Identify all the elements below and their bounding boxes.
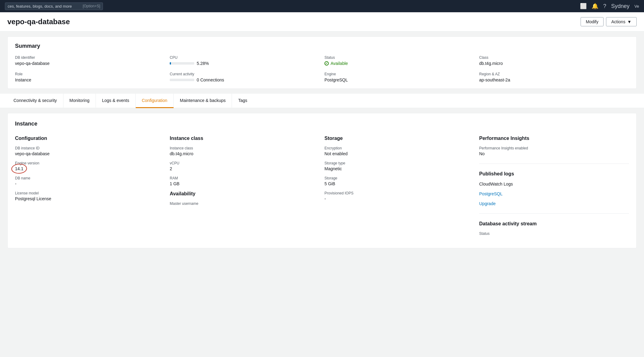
instance-class-item: Instance class db.t4g.micro xyxy=(170,146,320,156)
page-header: vepo-qa-database Modify Actions ▼ xyxy=(0,12,644,32)
search-placeholder-text: ces, features, blogs, docs, and more xyxy=(8,4,72,9)
ram-value: 1 GB xyxy=(170,181,320,186)
chevron-down-icon: ▼ xyxy=(627,19,631,24)
cpu-bar xyxy=(170,62,194,65)
insights-enabled-item: Performance Insights enabled No xyxy=(479,146,629,156)
storage-type-label: Storage type xyxy=(324,161,474,165)
cloud-icon[interactable]: ⬜ xyxy=(580,3,587,9)
divider-1 xyxy=(479,163,629,164)
tabs: Connectivity & security Monitoring Logs … xyxy=(7,94,637,108)
bell-icon[interactable]: 🔔 xyxy=(592,3,598,9)
performance-title: Performance Insights xyxy=(479,136,629,141)
summary-section: Summary DB identifier vepo-qa-database C… xyxy=(7,36,637,89)
insights-enabled-label: Performance Insights enabled xyxy=(479,146,629,150)
engine-label: Engine xyxy=(324,72,474,76)
published-logs-title: Published logs xyxy=(479,171,629,177)
activity-stream-title: Database activity stream xyxy=(479,221,629,227)
db-instance-id-label: DB instance ID xyxy=(15,146,165,150)
postgresql-link-item: PostgreSQL xyxy=(479,191,629,196)
summary-engine: Engine PostgreSQL xyxy=(324,72,474,82)
connections-bar xyxy=(170,79,194,81)
tab-monitoring[interactable]: Monitoring xyxy=(63,94,96,108)
summary-db-identifier: DB identifier vepo-qa-database xyxy=(15,55,165,66)
status-value: Available xyxy=(331,61,348,66)
summary-grid: DB identifier vepo-qa-database CPU 5.28%… xyxy=(15,55,629,82)
summary-cpu: CPU 5.28% xyxy=(170,55,320,66)
tab-maintenance[interactable]: Maintenance & backups xyxy=(174,94,232,108)
status-badge: Available xyxy=(324,61,474,66)
engine-version-label: Engine version xyxy=(15,161,165,165)
global-search[interactable]: ces, features, blogs, docs, and more [Op… xyxy=(5,2,103,10)
engine-version-value: 14.1 xyxy=(15,166,23,171)
summary-class: Class db.t4g.micro xyxy=(479,55,629,66)
stream-status-item: Status xyxy=(479,231,629,236)
search-shortcut: [Option+S] xyxy=(83,4,100,8)
ram-item: RAM 1 GB xyxy=(170,176,320,186)
cpu-value: 5.28% xyxy=(197,61,209,66)
insights-enabled-value: No xyxy=(479,151,629,156)
region-selector[interactable]: Sydney xyxy=(611,3,630,9)
performance-column: Performance Insights Performance Insight… xyxy=(479,136,629,241)
divider-2 xyxy=(479,213,629,214)
instance-class-title: Instance class xyxy=(170,136,320,141)
cpu-bar-container: 5.28% xyxy=(170,61,320,66)
activity-label: Current activity xyxy=(170,72,320,76)
cpu-bar-fill xyxy=(170,62,171,65)
tab-logs[interactable]: Logs & events xyxy=(96,94,136,108)
config-column-title: Configuration xyxy=(15,136,165,141)
help-icon[interactable]: ? xyxy=(603,3,606,9)
master-username-item: Master username xyxy=(170,201,320,206)
page-title: vepo-qa-database xyxy=(7,17,70,26)
tab-tags[interactable]: Tags xyxy=(232,94,253,108)
actions-button[interactable]: Actions ▼ xyxy=(606,17,637,26)
license-model-item: License model Postgresql License xyxy=(15,191,165,201)
header-actions: Modify Actions ▼ xyxy=(581,17,637,26)
tab-configuration[interactable]: Configuration xyxy=(136,94,174,108)
db-name-item: DB name - xyxy=(15,176,165,186)
postgresql-link[interactable]: PostgreSQL xyxy=(479,191,502,196)
role-label: Role xyxy=(15,72,165,76)
user-label: Ve xyxy=(635,4,639,9)
tab-connectivity[interactable]: Connectivity & security xyxy=(7,94,63,108)
instance-class-label: Instance class xyxy=(170,146,320,150)
connections-container: 0 Connections xyxy=(170,77,320,82)
modify-button[interactable]: Modify xyxy=(581,17,604,26)
top-nav: ces, features, blogs, docs, and more [Op… xyxy=(0,0,644,12)
region-az-label: Region & AZ xyxy=(479,72,629,76)
stream-status-label: Status xyxy=(479,231,629,236)
status-dot-icon xyxy=(324,61,329,66)
provisioned-iops-item: Provisioned IOPS - xyxy=(324,191,474,201)
summary-region: Region & AZ ap-southeast-2a xyxy=(479,72,629,82)
summary-activity: Current activity 0 Connections xyxy=(170,72,320,82)
db-name-label: DB name xyxy=(15,176,165,180)
license-model-label: License model xyxy=(15,191,165,195)
summary-title: Summary xyxy=(15,43,629,49)
db-identifier-label: DB identifier xyxy=(15,55,165,60)
status-label: Status xyxy=(324,55,474,60)
cloudwatch-logs-item: CloudWatch Logs xyxy=(479,182,629,186)
storage-column: Storage Encryption Not enabled Storage t… xyxy=(324,136,474,241)
db-instance-id-item: DB instance ID vepo-qa-database xyxy=(15,146,165,156)
encryption-label: Encryption xyxy=(324,146,474,150)
top-nav-left: ces, features, blogs, docs, and more [Op… xyxy=(5,2,103,10)
main-content: Instance Configuration DB instance ID ve… xyxy=(7,113,637,248)
storage-size-item: Storage 5 GiB xyxy=(324,176,474,186)
vcpu-value: 2 xyxy=(170,166,320,171)
encryption-value: Not enabled xyxy=(324,151,474,156)
engine-version-item: Engine version 14.1 xyxy=(15,161,165,171)
storage-type-item: Storage type Magnetic xyxy=(324,161,474,171)
instance-section-title: Instance xyxy=(15,121,629,127)
cpu-label: CPU xyxy=(170,55,320,60)
configuration-column: Configuration DB instance ID vepo-qa-dat… xyxy=(15,136,165,241)
cloudwatch-logs-label: CloudWatch Logs xyxy=(479,182,629,186)
upgrade-link[interactable]: Upgrade xyxy=(479,201,496,206)
summary-role: Role Instance xyxy=(15,72,165,82)
storage-size-value: 5 GiB xyxy=(324,181,474,186)
instance-class-column: Instance class Instance class db.t4g.mic… xyxy=(170,136,320,241)
tabs-container: Connectivity & security Monitoring Logs … xyxy=(0,94,644,108)
db-instance-id-value: vepo-qa-database xyxy=(15,151,165,156)
encryption-item: Encryption Not enabled xyxy=(324,146,474,156)
top-nav-right: ⬜ 🔔 ? Sydney Ve xyxy=(580,3,639,9)
db-name-value: - xyxy=(15,181,165,186)
vcpu-label: vCPU xyxy=(170,161,320,165)
